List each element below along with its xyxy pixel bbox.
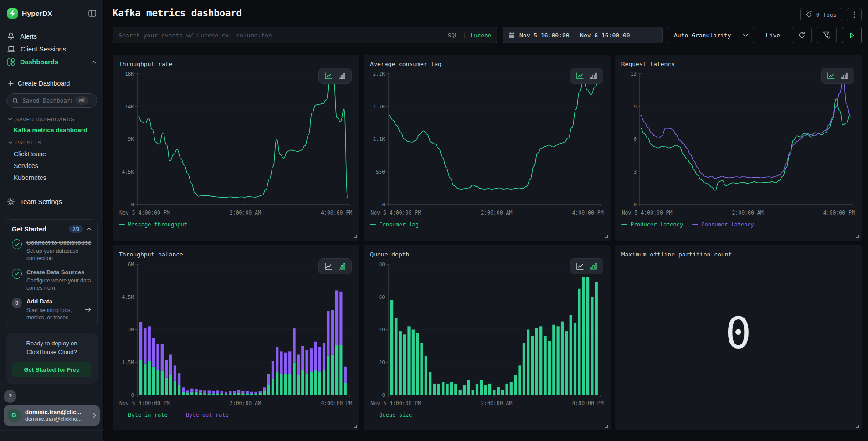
granularity-select[interactable]: Auto Granularity: [668, 27, 754, 43]
x-axis-label: 4:00:00 PM: [321, 400, 352, 406]
line-chart-icon[interactable]: [576, 263, 584, 270]
filter-button[interactable]: [817, 27, 837, 43]
refresh-button[interactable]: [792, 27, 812, 43]
svg-text:2.2K: 2.2K: [373, 71, 385, 77]
sidebar-nav: Alerts Client Sessions Dashboards: [0, 23, 103, 68]
legend-item[interactable]: Message throughput: [119, 221, 187, 228]
x-axis-label: Nov 5 4:00:00 PM: [370, 400, 421, 406]
event-search-input[interactable]: [118, 32, 443, 39]
panel-resize-handle[interactable]: [856, 425, 859, 428]
chevron-up-icon[interactable]: [87, 227, 92, 231]
chart-panel-request-latency[interactable]: Request latency 036912 Nov 5 4:00:00 PM2…: [615, 55, 862, 241]
sidebar-header: HyperDX: [0, 0, 103, 23]
saved-dashboards-search[interactable]: ⌘K: [6, 93, 97, 108]
sidebar-item-label: Client Sessions: [21, 46, 66, 53]
chart-panel-queue-depth[interactable]: Queue depth 020406080 Nov 5 4:00:00 PM2:…: [364, 245, 610, 430]
help-button[interactable]: ?: [4, 390, 16, 403]
chart-legend: Queue size: [370, 412, 604, 418]
refresh-icon: [798, 31, 806, 39]
preset-item-kubernetes[interactable]: Kubernetes: [6, 172, 97, 184]
get-started-step-sources[interactable]: Create Data Sources Configure where your…: [12, 269, 92, 292]
x-axis-label: 4:00:00 PM: [321, 210, 352, 216]
sql-toggle[interactable]: SQL: [448, 32, 458, 39]
bar-chart-icon[interactable]: [590, 72, 597, 79]
chart-panel-throughput-balance[interactable]: Throughput balance 01.5M3M4.5M6M Nov 5 4…: [113, 245, 359, 430]
date-range-picker[interactable]: Nov 5 16:00:00 - Nov 6 16:00:00: [503, 27, 663, 43]
svg-text:20: 20: [379, 359, 385, 365]
chart-panel-offline-partitions[interactable]: Maximum offline partition count 0: [615, 245, 862, 430]
chevron-down-icon: [8, 118, 12, 121]
x-axis-label: Nov 5 4:00:00 PM: [622, 210, 673, 216]
lucene-toggle[interactable]: Lucene: [471, 32, 491, 39]
chart-legend: Byte in rateByte out rate: [119, 412, 353, 418]
section-label: SAVED DASHBOARDS: [15, 117, 74, 122]
bar-chart-icon[interactable]: [339, 263, 345, 270]
chart-legend: Consumer lag: [370, 221, 604, 228]
presets-section-header[interactable]: PRESETS: [6, 136, 97, 148]
line-chart-icon[interactable]: [827, 72, 835, 79]
legend-item[interactable]: Byte out rate: [177, 412, 229, 418]
sidebar-item-team-settings[interactable]: Team Settings: [0, 195, 103, 208]
line-chart-icon[interactable]: [576, 72, 584, 79]
bar-chart-icon[interactable]: [590, 263, 597, 270]
sidebar-collapse-button[interactable]: [88, 10, 96, 17]
chart-title: Request latency: [621, 61, 855, 67]
chart-type-toolbar: [570, 68, 603, 84]
x-axis-labels: Nov 5 4:00:00 PM2:00:00 AM4:00:00 PM: [370, 400, 604, 406]
x-axis-label: Nov 5 4:00:00 PM: [119, 400, 170, 406]
create-dashboard-button[interactable]: Create Dashboard: [6, 77, 97, 92]
saved-dashboards-section-header[interactable]: SAVED DASHBOARDS: [6, 113, 97, 125]
run-query-button[interactable]: [842, 27, 862, 43]
legend-item[interactable]: Producer latency: [621, 221, 683, 228]
sidebar-item-kafka-dashboard[interactable]: Kafka metrics dashboard: [6, 125, 97, 136]
chart-plot-area[interactable]: 04.5K9K14K18K: [119, 71, 353, 210]
bar-chart-icon[interactable]: [339, 72, 345, 79]
chart-plot-area[interactable]: 020406080: [370, 262, 604, 400]
legend-item[interactable]: Byte in rate: [119, 412, 168, 418]
line-chart-icon[interactable]: [325, 263, 332, 270]
user-menu[interactable]: D dominic.tran@clic... dominic.tran@clic…: [4, 405, 100, 426]
sidebar-item-client-sessions[interactable]: Client Sessions: [0, 43, 103, 56]
get-started-free-button[interactable]: Get Started for Free: [12, 362, 91, 377]
panel-resize-handle[interactable]: [605, 235, 608, 238]
legend-item[interactable]: Consumer latency: [692, 221, 754, 228]
tags-button[interactable]: 0 Tags: [800, 8, 842, 21]
panel-resize-handle[interactable]: [354, 235, 357, 238]
panel-resize-handle[interactable]: [354, 425, 357, 428]
x-axis-labels: Nov 5 4:00:00 PM2:00:00 AM4:00:00 PM: [621, 210, 855, 216]
chart-plot-area[interactable]: 01.5M3M4.5M6M: [119, 262, 353, 400]
get-started-card: Get Started 2/3 Connect to ClickHouse Se…: [6, 219, 98, 328]
calendar-icon: [508, 32, 515, 38]
dashboards-section: Create Dashboard ⌘K SAVED DASHBOARDS Kaf…: [0, 77, 103, 184]
chart-plot-area[interactable]: 036912: [621, 71, 855, 210]
divider: [0, 73, 103, 73]
get-started-step-add-data[interactable]: 3 Add Data Start sending logs, metrics, …: [12, 298, 92, 321]
get-started-step-connect[interactable]: Connect to ClickHouse Set up your databa…: [12, 239, 92, 262]
plus-icon: [8, 81, 14, 86]
svg-text:18K: 18K: [125, 71, 134, 77]
chart-panel-throughput-rate[interactable]: Throughput rate 04.5K9K14K18K Nov 5 4:00…: [113, 55, 359, 241]
preset-item-services[interactable]: Services: [6, 160, 97, 172]
sidebar-footer: [0, 430, 103, 436]
legend-item[interactable]: Queue size: [370, 412, 412, 418]
legend-item[interactable]: Consumer lag: [370, 221, 419, 228]
chart-plot-area[interactable]: 05501.1K1.7K2.2K: [370, 71, 604, 210]
panel-resize-handle[interactable]: [605, 425, 608, 428]
panel-resize-handle[interactable]: [856, 235, 859, 238]
chevron-down-icon: [743, 34, 748, 37]
sidebar-item-alerts[interactable]: Alerts: [0, 30, 103, 43]
preset-item-clickhouse[interactable]: ClickHouse: [6, 148, 97, 160]
bar-chart-icon[interactable]: [841, 72, 848, 79]
x-axis-label: 2:00:00 AM: [481, 400, 512, 406]
page-title: Kafka metrics dashboard: [113, 8, 242, 19]
sidebar-item-dashboards[interactable]: Dashboards: [0, 56, 103, 68]
live-button[interactable]: Live: [760, 27, 786, 43]
query-toolbar: SQL | Lucene Nov 5 16:00:00 - Nov 6 16:0…: [113, 27, 862, 43]
chart-panel-consumer-lag[interactable]: Average consumer lag 05501.1K1.7K2.2K No…: [364, 55, 610, 241]
saved-dashboards-search-input[interactable]: [22, 97, 72, 104]
dashboard-menu-button[interactable]: [847, 8, 862, 21]
sidebar-item-label: Alerts: [20, 33, 37, 40]
check-circle-icon: [12, 269, 22, 279]
line-chart-icon[interactable]: [325, 72, 332, 79]
event-search[interactable]: SQL | Lucene: [113, 27, 497, 43]
